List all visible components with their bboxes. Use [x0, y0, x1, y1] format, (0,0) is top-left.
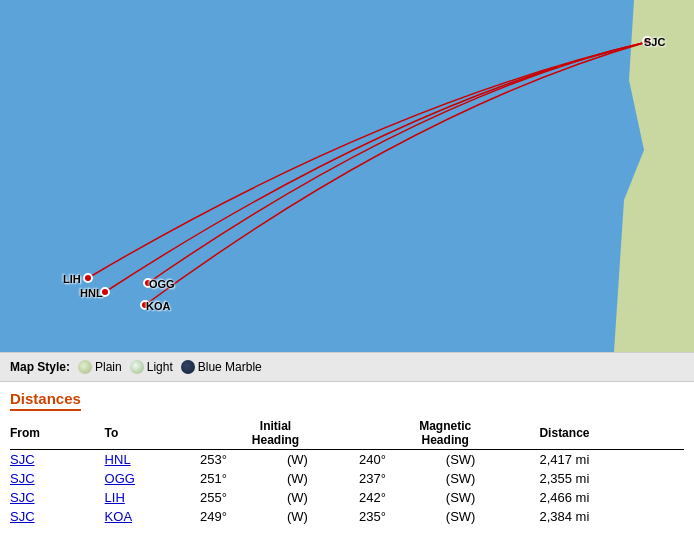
from-link[interactable]: SJC — [10, 452, 35, 467]
from-link[interactable]: SJC — [10, 490, 35, 505]
cell-distance: 2,466 mi — [539, 488, 684, 507]
airport-hnl[interactable]: HNL — [100, 287, 110, 299]
map-area: SJC OGG LIH HNL KOA — [0, 0, 694, 352]
distances-tbody: SJC HNL 253° (W) 240° (SW) 2,417 mi SJC … — [10, 450, 684, 527]
cell-from[interactable]: SJC — [10, 488, 105, 507]
from-link[interactable]: SJC — [10, 471, 35, 486]
table-row: SJC OGG 251° (W) 237° (SW) 2,355 mi — [10, 469, 684, 488]
table-row: SJC KOA 249° (W) 235° (SW) 2,384 mi — [10, 507, 684, 526]
style-plain-label: Plain — [95, 360, 122, 374]
cell-magnetic: 240° — [359, 450, 446, 470]
cell-initial-dir: (W) — [287, 450, 359, 470]
map-style-label: Map Style: — [10, 360, 70, 374]
col-distance: Distance — [539, 417, 684, 450]
light-globe-icon — [130, 360, 144, 374]
airport-label-sjc: SJC — [644, 36, 665, 48]
cell-to[interactable]: OGG — [105, 469, 200, 488]
airport-lih[interactable]: LIH — [83, 273, 93, 285]
airport-label-hnl: HNL — [80, 287, 103, 299]
col-magnetic: MagneticHeading — [359, 417, 539, 450]
table-row: SJC HNL 253° (W) 240° (SW) 2,417 mi — [10, 450, 684, 470]
cell-mag-dir: (SW) — [446, 469, 540, 488]
from-link[interactable]: SJC — [10, 509, 35, 524]
cell-from[interactable]: SJC — [10, 507, 105, 526]
airport-label-lih: LIH — [63, 273, 81, 285]
blue-marble-globe-icon — [181, 360, 195, 374]
airport-label-ogg: OGG — [149, 278, 175, 290]
cell-initial: 253° — [200, 450, 287, 470]
style-light-label: Light — [147, 360, 173, 374]
cell-to[interactable]: HNL — [105, 450, 200, 470]
cell-distance: 2,417 mi — [539, 450, 684, 470]
cell-initial: 251° — [200, 469, 287, 488]
distances-table: From To InitialHeading MagneticHeading D… — [10, 417, 684, 526]
to-link[interactable]: LIH — [105, 490, 125, 505]
to-link[interactable]: OGG — [105, 471, 135, 486]
distances-title: Distances — [10, 390, 81, 411]
distances-section: Distances From To InitialHeading Magneti… — [0, 382, 694, 530]
cell-initial-dir: (W) — [287, 488, 359, 507]
cell-magnetic: 237° — [359, 469, 446, 488]
airport-sjc[interactable]: SJC — [642, 36, 665, 48]
cell-mag-dir: (SW) — [446, 507, 540, 526]
to-link[interactable]: HNL — [105, 452, 131, 467]
cell-from[interactable]: SJC — [10, 469, 105, 488]
cell-distance: 2,384 mi — [539, 507, 684, 526]
cell-initial-dir: (W) — [287, 469, 359, 488]
cell-to[interactable]: KOA — [105, 507, 200, 526]
cell-from[interactable]: SJC — [10, 450, 105, 470]
cell-initial-dir: (W) — [287, 507, 359, 526]
style-blue-marble-label: Blue Marble — [198, 360, 262, 374]
to-link[interactable]: KOA — [105, 509, 132, 524]
cell-mag-dir: (SW) — [446, 450, 540, 470]
airport-ogg[interactable]: OGG — [143, 278, 175, 290]
map-style-bar: Map Style: Plain Light Blue Marble — [0, 352, 694, 382]
col-to: To — [105, 417, 200, 450]
airport-koa[interactable]: KOA — [140, 300, 170, 312]
col-initial: InitialHeading — [200, 417, 359, 450]
cell-magnetic: 242° — [359, 488, 446, 507]
table-row: SJC LIH 255° (W) 242° (SW) 2,466 mi — [10, 488, 684, 507]
cell-magnetic: 235° — [359, 507, 446, 526]
col-from: From — [10, 417, 105, 450]
cell-distance: 2,355 mi — [539, 469, 684, 488]
cell-to[interactable]: LIH — [105, 488, 200, 507]
flight-lines-svg — [0, 0, 694, 352]
plain-globe-icon — [78, 360, 92, 374]
airport-label-koa: KOA — [146, 300, 170, 312]
style-light[interactable]: Light — [130, 360, 173, 374]
cell-initial: 249° — [200, 507, 287, 526]
cell-mag-dir: (SW) — [446, 488, 540, 507]
airport-dot-lih — [83, 273, 93, 283]
style-plain[interactable]: Plain — [78, 360, 122, 374]
style-blue-marble[interactable]: Blue Marble — [181, 360, 262, 374]
cell-initial: 255° — [200, 488, 287, 507]
